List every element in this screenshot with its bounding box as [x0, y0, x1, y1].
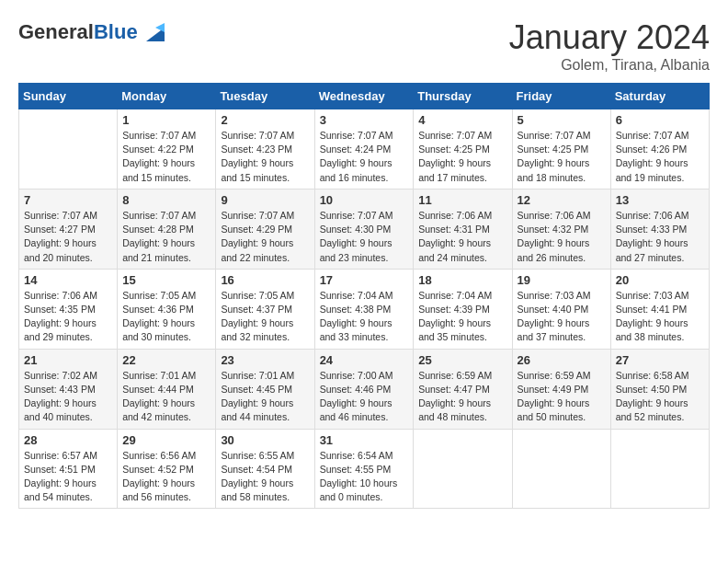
day-number: 15: [122, 273, 210, 287]
calendar-cell: 26Sunrise: 6:59 AM Sunset: 4:49 PM Dayli…: [512, 349, 610, 429]
svg-marker-1: [155, 23, 165, 32]
day-number: 25: [418, 353, 506, 367]
day-info: Sunrise: 6:59 AM Sunset: 4:47 PM Dayligh…: [418, 369, 506, 425]
day-number: 11: [418, 193, 506, 207]
calendar-cell: 20Sunrise: 7:03 AM Sunset: 4:41 PM Dayli…: [610, 269, 709, 349]
day-number: 26: [518, 353, 606, 367]
calendar-cell: 10Sunrise: 7:07 AM Sunset: 4:30 PM Dayli…: [314, 189, 414, 269]
day-info: Sunrise: 7:06 AM Sunset: 4:33 PM Dayligh…: [616, 209, 704, 265]
day-header-thursday: Thursday: [414, 84, 512, 109]
page-header: GeneralBlue January 2024 Golem, Tirana, …: [18, 18, 710, 74]
day-info: Sunrise: 7:07 AM Sunset: 4:30 PM Dayligh…: [320, 209, 409, 265]
day-number: 13: [616, 193, 704, 207]
day-info: Sunrise: 7:07 AM Sunset: 4:26 PM Dayligh…: [616, 129, 704, 185]
calendar-week-1: 1Sunrise: 7:07 AM Sunset: 4:22 PM Daylig…: [19, 109, 710, 190]
day-number: 2: [221, 113, 309, 127]
day-number: 21: [24, 353, 112, 367]
day-number: 10: [320, 193, 409, 207]
month-title: January 2024: [509, 18, 710, 57]
day-info: Sunrise: 7:02 AM Sunset: 4:43 PM Dayligh…: [24, 369, 112, 425]
calendar-cell: 5Sunrise: 7:07 AM Sunset: 4:25 PM Daylig…: [512, 109, 610, 190]
day-info: Sunrise: 6:58 AM Sunset: 4:50 PM Dayligh…: [616, 369, 704, 425]
day-header-wednesday: Wednesday: [314, 84, 414, 109]
day-info: Sunrise: 7:07 AM Sunset: 4:25 PM Dayligh…: [518, 129, 606, 185]
day-number: 24: [320, 353, 409, 367]
calendar-cell: 13Sunrise: 7:06 AM Sunset: 4:33 PM Dayli…: [610, 189, 709, 269]
day-number: 6: [616, 113, 704, 127]
calendar-cell: 9Sunrise: 7:07 AM Sunset: 4:29 PM Daylig…: [216, 189, 314, 269]
calendar-cell: 3Sunrise: 7:07 AM Sunset: 4:24 PM Daylig…: [314, 109, 414, 190]
day-info: Sunrise: 7:06 AM Sunset: 4:32 PM Dayligh…: [518, 209, 606, 265]
calendar-week-3: 14Sunrise: 7:06 AM Sunset: 4:35 PM Dayli…: [19, 269, 710, 349]
day-number: 7: [24, 193, 112, 207]
calendar-cell: 14Sunrise: 7:06 AM Sunset: 4:35 PM Dayli…: [19, 269, 118, 349]
day-number: 23: [221, 353, 309, 367]
day-info: Sunrise: 7:07 AM Sunset: 4:29 PM Dayligh…: [221, 209, 309, 265]
calendar-cell: 8Sunrise: 7:07 AM Sunset: 4:28 PM Daylig…: [118, 189, 216, 269]
day-number: 17: [320, 273, 409, 287]
calendar-cell: 11Sunrise: 7:06 AM Sunset: 4:31 PM Dayli…: [414, 189, 512, 269]
day-number: 14: [24, 273, 112, 287]
calendar-cell: 15Sunrise: 7:05 AM Sunset: 4:36 PM Dayli…: [118, 269, 216, 349]
day-info: Sunrise: 7:07 AM Sunset: 4:24 PM Dayligh…: [320, 129, 409, 185]
day-number: 5: [518, 113, 606, 127]
calendar-table: SundayMondayTuesdayWednesdayThursdayFrid…: [18, 83, 710, 509]
day-info: Sunrise: 6:56 AM Sunset: 4:52 PM Dayligh…: [122, 449, 210, 505]
day-info: Sunrise: 7:06 AM Sunset: 4:35 PM Dayligh…: [24, 289, 112, 345]
calendar-cell: 4Sunrise: 7:07 AM Sunset: 4:25 PM Daylig…: [414, 109, 512, 190]
day-info: Sunrise: 7:00 AM Sunset: 4:46 PM Dayligh…: [320, 369, 409, 425]
day-info: Sunrise: 6:59 AM Sunset: 4:49 PM Dayligh…: [518, 369, 606, 425]
day-number: 1: [122, 113, 210, 127]
title-area: January 2024 Golem, Tirana, Albania: [509, 18, 710, 74]
day-info: Sunrise: 7:05 AM Sunset: 4:37 PM Dayligh…: [221, 289, 309, 345]
day-number: 30: [221, 433, 309, 447]
calendar-cell: 19Sunrise: 7:03 AM Sunset: 4:40 PM Dayli…: [512, 269, 610, 349]
day-info: Sunrise: 7:07 AM Sunset: 4:28 PM Dayligh…: [122, 209, 210, 265]
calendar-header-row: SundayMondayTuesdayWednesdayThursdayFrid…: [19, 84, 710, 109]
calendar-cell: 16Sunrise: 7:05 AM Sunset: 4:37 PM Dayli…: [216, 269, 314, 349]
calendar-week-4: 21Sunrise: 7:02 AM Sunset: 4:43 PM Dayli…: [19, 349, 710, 429]
day-info: Sunrise: 7:07 AM Sunset: 4:22 PM Dayligh…: [122, 129, 210, 185]
calendar-cell: 23Sunrise: 7:01 AM Sunset: 4:45 PM Dayli…: [216, 349, 314, 429]
calendar-cell: 31Sunrise: 6:54 AM Sunset: 4:55 PM Dayli…: [314, 429, 414, 509]
day-number: 27: [616, 353, 704, 367]
day-number: 29: [122, 433, 210, 447]
calendar-cell: 18Sunrise: 7:04 AM Sunset: 4:39 PM Dayli…: [414, 269, 512, 349]
day-number: 19: [518, 273, 606, 287]
day-info: Sunrise: 7:07 AM Sunset: 4:23 PM Dayligh…: [221, 129, 309, 185]
day-number: 12: [518, 193, 606, 207]
calendar-cell: 24Sunrise: 7:00 AM Sunset: 4:46 PM Dayli…: [314, 349, 414, 429]
day-number: 20: [616, 273, 704, 287]
day-number: 18: [418, 273, 506, 287]
day-number: 4: [418, 113, 506, 127]
day-header-sunday: Sunday: [19, 84, 118, 109]
calendar-cell: 30Sunrise: 6:55 AM Sunset: 4:54 PM Dayli…: [216, 429, 314, 509]
calendar-cell: [512, 429, 610, 509]
day-header-friday: Friday: [512, 84, 610, 109]
day-number: 31: [320, 433, 409, 447]
day-number: 9: [221, 193, 309, 207]
day-info: Sunrise: 7:05 AM Sunset: 4:36 PM Dayligh…: [122, 289, 210, 345]
day-number: 22: [122, 353, 210, 367]
calendar-cell: 28Sunrise: 6:57 AM Sunset: 4:51 PM Dayli…: [19, 429, 118, 509]
day-number: 3: [320, 113, 409, 127]
day-header-monday: Monday: [118, 84, 216, 109]
calendar-cell: 7Sunrise: 7:07 AM Sunset: 4:27 PM Daylig…: [19, 189, 118, 269]
logo-blue-text: Blue: [94, 20, 138, 43]
day-info: Sunrise: 7:01 AM Sunset: 4:45 PM Dayligh…: [221, 369, 309, 425]
calendar-cell: 17Sunrise: 7:04 AM Sunset: 4:38 PM Dayli…: [314, 269, 414, 349]
day-info: Sunrise: 7:07 AM Sunset: 4:27 PM Dayligh…: [24, 209, 112, 265]
day-info: Sunrise: 7:06 AM Sunset: 4:31 PM Dayligh…: [418, 209, 506, 265]
day-info: Sunrise: 7:07 AM Sunset: 4:25 PM Dayligh…: [418, 129, 506, 185]
calendar-cell: 22Sunrise: 7:01 AM Sunset: 4:44 PM Dayli…: [118, 349, 216, 429]
calendar-cell: 21Sunrise: 7:02 AM Sunset: 4:43 PM Dayli…: [19, 349, 118, 429]
calendar-cell: 1Sunrise: 7:07 AM Sunset: 4:22 PM Daylig…: [118, 109, 216, 190]
day-info: Sunrise: 7:03 AM Sunset: 4:41 PM Dayligh…: [616, 289, 704, 345]
location: Golem, Tirana, Albania: [509, 57, 710, 74]
day-info: Sunrise: 6:57 AM Sunset: 4:51 PM Dayligh…: [24, 449, 112, 505]
calendar-cell: 27Sunrise: 6:58 AM Sunset: 4:50 PM Dayli…: [610, 349, 709, 429]
calendar-cell: 12Sunrise: 7:06 AM Sunset: 4:32 PM Dayli…: [512, 189, 610, 269]
day-number: 28: [24, 433, 112, 447]
day-header-tuesday: Tuesday: [216, 84, 314, 109]
day-info: Sunrise: 6:55 AM Sunset: 4:54 PM Dayligh…: [221, 449, 309, 505]
